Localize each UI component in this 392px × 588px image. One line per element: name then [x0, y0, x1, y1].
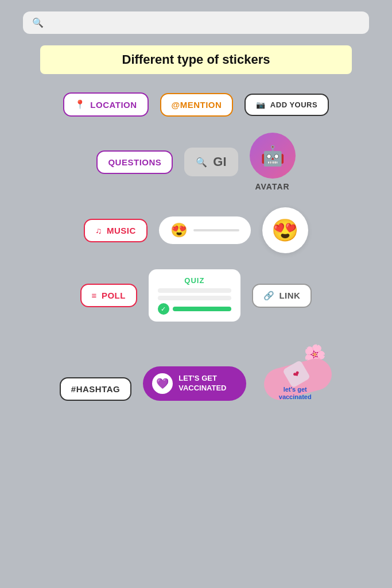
poll-icon: ≡: [92, 291, 97, 300]
quiz-line-1: [158, 288, 231, 293]
quiz-label: QUIZ: [158, 276, 231, 285]
vaccinated-sticker-text: let's getvaccinated: [258, 386, 332, 401]
sticker-row-4: ≡ POLL QUIZ ✓ 🔗 LINK: [23, 269, 369, 322]
music-icon: ♫: [95, 226, 102, 235]
sticker-row-2: QUESTIONS 🔍 GI 🤖 AVATAR: [23, 133, 369, 191]
sticker-mention[interactable]: @MENTION: [160, 93, 234, 117]
vaccinated-pill-label: LET'S GETVACCINATED: [178, 374, 226, 393]
gif-label: GI: [213, 154, 226, 169]
sticker-location[interactable]: 📍 LOCATION: [63, 92, 149, 117]
location-icon: 📍: [75, 99, 86, 110]
sticker-vaccinated-bandaid[interactable]: 🌸 ❤ let's getvaccinated: [258, 343, 332, 401]
heart-icon: 💜: [156, 377, 169, 390]
sticker-link[interactable]: 🔗 LINK: [252, 284, 312, 308]
sticker-gif[interactable]: 🔍 GI: [184, 148, 238, 176]
quiz-answer-bar: [173, 307, 231, 311]
music-label: MUSIC: [107, 226, 136, 235]
avatar-circle: 🤖: [250, 133, 296, 179]
quiz-checkmark: ✓: [158, 303, 169, 315]
slider-emoji: 😍: [170, 222, 188, 238]
mention-label: @MENTION: [172, 100, 222, 110]
sticker-poll[interactable]: ≡ POLL: [80, 284, 137, 307]
addyours-label: ADD YOURS: [270, 100, 317, 109]
search-bar[interactable]: 🔍: [23, 11, 369, 34]
vaccinated-icon: 💜: [152, 373, 173, 394]
link-icon: 🔗: [263, 291, 275, 301]
bandaid-center: ❤: [282, 360, 311, 388]
slider-track: [193, 229, 239, 231]
quiz-answer-row: ✓: [158, 303, 231, 315]
title-box: Different type of stickers: [40, 45, 352, 74]
sticker-emoji-slider[interactable]: 😍: [159, 216, 251, 244]
page-title: Different type of stickers: [122, 52, 270, 67]
sticker-row-3: ♫ MUSIC 😍 😍: [23, 207, 369, 253]
bandaid-heart-icon: ❤: [292, 368, 302, 380]
poll-label: POLL: [102, 291, 126, 300]
sticker-row-1: 📍 LOCATION @MENTION 📷 ADD YOURS: [23, 92, 369, 117]
location-label: LOCATION: [90, 100, 137, 110]
sticker-music[interactable]: ♫ MUSIC: [84, 219, 148, 242]
sticker-emoji-circle[interactable]: 😍: [262, 207, 308, 253]
avatar-icon: 🤖: [261, 144, 285, 167]
link-label: LINK: [279, 291, 300, 300]
avatar-label: AVATAR: [255, 182, 289, 191]
sticker-avatar[interactable]: 🤖 AVATAR: [250, 133, 296, 191]
camera-icon: 📷: [256, 100, 266, 109]
hashtag-label: #HASHTAG: [71, 384, 120, 394]
sticker-questions[interactable]: QUESTIONS: [96, 150, 173, 174]
quiz-line-2: [158, 296, 231, 300]
circle-emoji: 😍: [271, 218, 298, 243]
gif-search-icon: 🔍: [196, 157, 207, 168]
questions-label: QUESTIONS: [108, 157, 161, 167]
sticker-vaccinated-pill[interactable]: 💜 LET'S GETVACCINATED: [143, 366, 246, 401]
sticker-add-yours[interactable]: 📷 ADD YOURS: [244, 94, 329, 116]
search-icon: 🔍: [32, 17, 44, 28]
sticker-row-5: #HASHTAG 💜 LET'S GETVACCINATED 🌸 ❤ let's…: [23, 343, 369, 401]
sticker-quiz[interactable]: QUIZ ✓: [149, 269, 240, 322]
sticker-hashtag[interactable]: #HASHTAG: [60, 377, 131, 401]
